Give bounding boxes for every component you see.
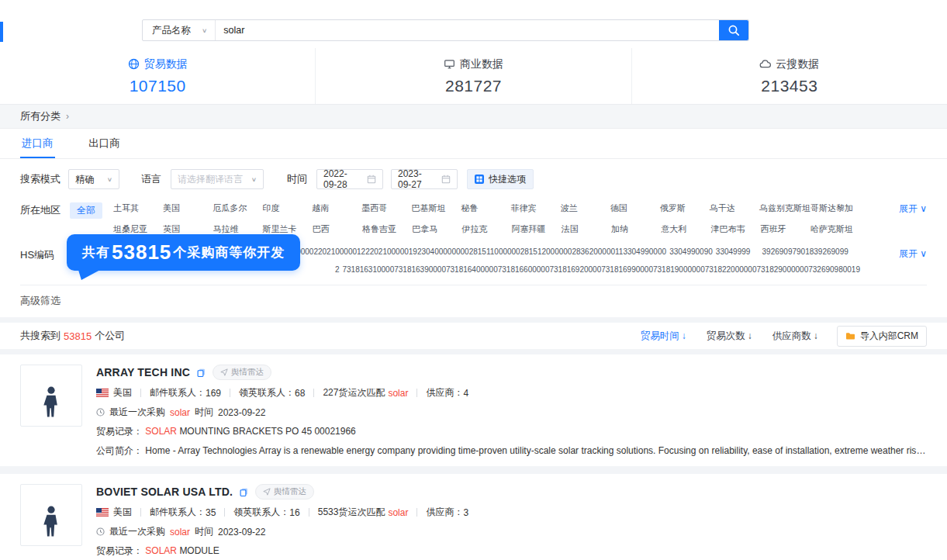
hs-code-filter[interactable]: 2 <box>296 265 342 274</box>
hs-code-filter[interactable]: 3304990090 <box>669 247 716 256</box>
results-header: 共搜索到 53815 个公司 贸易时间 ↓ 贸易次数 ↓ 供应商数 ↓ 导入内部… <box>0 323 947 349</box>
region-filter[interactable]: 厄瓜多尔 <box>213 202 262 214</box>
search-category-label: 产品名称 <box>152 24 191 37</box>
region-filter[interactable]: 菲律宾 <box>511 202 561 214</box>
hs-code-filter[interactable]: 731816390000 <box>394 265 446 274</box>
region-filter[interactable]: 巴西 <box>313 223 362 235</box>
region-filter[interactable]: 印度 <box>262 202 312 214</box>
date-from-input[interactable]: 2022-09-28 <box>316 169 383 189</box>
hs-code-filter[interactable]: 281511000000 <box>469 247 520 256</box>
advanced-filter-link[interactable]: 高级筛选 <box>20 295 60 306</box>
region-filter[interactable]: 德国 <box>610 202 660 214</box>
stat-label: 贸易数据 <box>144 57 188 71</box>
region-filter[interactable]: 巴拿马 <box>412 223 461 235</box>
company-name[interactable]: ARRAY TECH INC <box>96 366 190 379</box>
region-filter[interactable]: 波兰 <box>561 202 610 214</box>
region-filter[interactable]: 土耳其 <box>113 202 163 214</box>
expand-hs-link[interactable]: 展开 ∨ <box>860 247 927 261</box>
linkedin-contacts-value: 16 <box>289 507 299 518</box>
recent-date: 2023-09-22 <box>218 407 265 418</box>
hs-code-filter[interactable]: 283620000011 <box>572 247 623 256</box>
company-intro-label: 公司简介： <box>96 445 143 456</box>
search-input[interactable] <box>216 20 719 40</box>
region-filter[interactable]: 俄罗斯 <box>660 202 710 214</box>
expand-regions-link[interactable]: 展开 ∨ <box>860 202 927 216</box>
linkedin-contacts-value: 68 <box>295 388 305 399</box>
region-filter[interactable]: 斯里兰卡 <box>263 223 313 235</box>
region-filter[interactable]: 格鲁吉亚 <box>362 223 412 235</box>
company-image[interactable] <box>20 484 82 546</box>
folder-icon <box>845 332 855 340</box>
hs-code-filter[interactable]: 3304990000 <box>623 247 669 256</box>
region-filter[interactable]: 乌干达 <box>710 202 759 214</box>
hs-code-filter[interactable]: 731816400000 <box>446 265 498 274</box>
breadcrumb[interactable]: 所有分类 › <box>0 105 947 129</box>
region-filter[interactable]: 秘鲁 <box>461 202 510 214</box>
tab-exporters[interactable]: 出口商 <box>87 129 122 157</box>
company-card: BOVIET SOLAR USA LTD. 舆情雷达 美国 邮件联系人： 35 … <box>0 474 947 560</box>
hs-code-filter[interactable]: 731822000000 <box>705 265 757 274</box>
region-filter[interactable]: 法国 <box>562 223 611 235</box>
region-filter[interactable]: 墨西哥 <box>361 202 411 214</box>
suppliers-value: 4 <box>463 388 468 399</box>
company-intro-text: Home - Array Technologies Array is a ren… <box>145 445 927 456</box>
region-filter[interactable]: 马拉维 <box>213 223 262 235</box>
region-filter[interactable]: 坦桑尼亚 <box>113 223 163 235</box>
recent-date: 2023-09-22 <box>218 527 265 538</box>
copy-icon[interactable] <box>240 488 248 496</box>
hs-code-filter[interactable]: 731816990000 <box>601 265 653 274</box>
sort-trade-time[interactable]: 贸易时间 ↓ <box>641 330 686 343</box>
company-name[interactable]: BOVIET SOLAR USA LTD. <box>96 486 233 498</box>
region-filter[interactable]: 加纳 <box>611 223 661 235</box>
tab-importers[interactable]: 进口商 <box>20 129 55 158</box>
recent-keyword: solar <box>170 527 190 538</box>
region-filter[interactable]: 哥斯达黎加 <box>810 202 860 214</box>
region-filter[interactable]: 津巴布韦 <box>710 223 760 235</box>
region-all-chip[interactable]: 全部 <box>70 202 102 219</box>
region-filter[interactable]: 越南 <box>312 202 361 214</box>
region-filter[interactable]: 美国 <box>163 202 213 214</box>
region-filter[interactable]: 哈萨克斯坦 <box>810 223 860 235</box>
language-select[interactable]: 请选择翻译语言 ∨ <box>171 169 264 189</box>
copy-icon[interactable] <box>197 368 206 377</box>
sort-supplier-count[interactable]: 供应商数 ↓ <box>772 330 818 343</box>
hs-code-filter[interactable]: 392690979018 <box>762 247 814 256</box>
advanced-filter-row: 高级筛选 <box>20 285 927 317</box>
region-filter[interactable]: 阿塞拜疆 <box>512 223 562 235</box>
hs-code-filter[interactable]: 220210000019 <box>365 247 417 256</box>
search-button[interactable] <box>719 20 748 40</box>
hs-code-filter[interactable]: 732690980019 <box>808 265 860 274</box>
hs-code-filter[interactable]: 220210000012 <box>313 247 365 256</box>
hs-code-filter[interactable]: 731816600000 <box>498 265 550 274</box>
region-label: 所在地区 <box>20 202 65 217</box>
quick-options-button[interactable]: 快捷选项 <box>467 169 534 189</box>
region-filter[interactable]: 伊拉克 <box>461 223 511 235</box>
hs-code-filter[interactable]: 281512000000 <box>520 247 572 256</box>
stat-trade-data[interactable]: 贸易数据 107150 <box>0 48 315 104</box>
region-filter[interactable]: 意大利 <box>661 223 710 235</box>
hs-code-filter[interactable]: 39269099 <box>814 247 860 256</box>
region-filter[interactable]: 乌兹别克斯坦 <box>759 202 810 214</box>
sort-trade-count[interactable]: 贸易次数 ↓ <box>707 330 752 343</box>
stat-cloud-search-data[interactable]: 云搜数据 213453 <box>631 48 947 104</box>
chevron-right-icon: › <box>66 111 69 122</box>
hs-code-filter[interactable]: 731819000000 <box>653 265 705 274</box>
hs-code-filter[interactable]: 33049999 <box>716 247 762 256</box>
company-image[interactable] <box>20 365 82 427</box>
language-label: 语言 <box>141 172 161 186</box>
search-mode-select[interactable]: 精确 ∨ <box>68 169 119 189</box>
stat-business-data[interactable]: 商业数据 281727 <box>315 48 631 104</box>
hs-code-filter[interactable]: 731816310000 <box>342 265 394 274</box>
hs-code-filter[interactable]: 731816920000 <box>549 265 601 274</box>
date-to-input[interactable]: 2023-09-27 <box>391 169 458 189</box>
hs-code-filter[interactable]: 230400000000 <box>417 247 469 256</box>
region-filter[interactable]: 英国 <box>163 223 213 235</box>
search-category-dropdown[interactable]: 产品名称 ∨ <box>143 20 216 40</box>
sentiment-radar-tag[interactable]: 舆情雷达 <box>213 365 271 380</box>
hs-code-filter[interactable]: 731829000000 <box>756 265 808 274</box>
import-crm-button[interactable]: 导入内部CRM <box>837 326 927 347</box>
region-filter[interactable]: 巴基斯坦 <box>411 202 461 214</box>
count-prefix: 共搜索到 <box>20 329 60 343</box>
region-filter[interactable]: 西班牙 <box>761 223 810 235</box>
sentiment-radar-tag[interactable]: 舆情雷达 <box>255 484 314 500</box>
